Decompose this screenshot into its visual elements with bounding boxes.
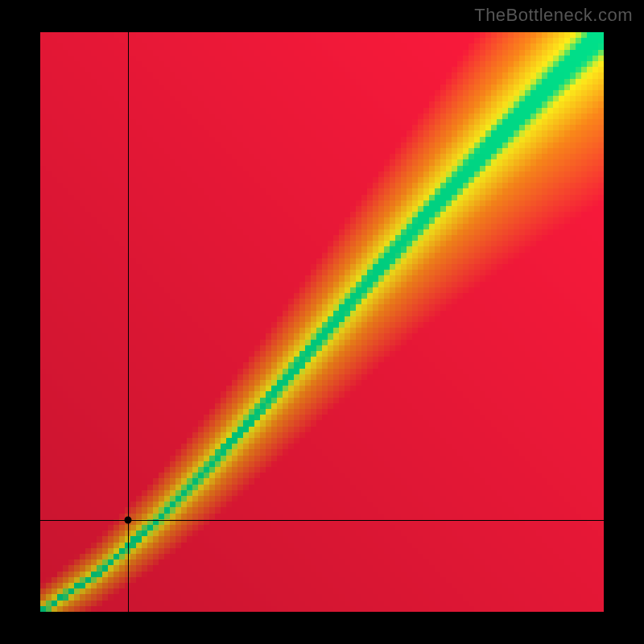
crosshair-vertical	[128, 32, 129, 612]
watermark-text: TheBottleneck.com	[474, 5, 633, 26]
bottleneck-heatmap	[40, 32, 604, 612]
chart-frame: TheBottleneck.com	[0, 0, 644, 644]
selected-point-dot	[124, 517, 131, 524]
